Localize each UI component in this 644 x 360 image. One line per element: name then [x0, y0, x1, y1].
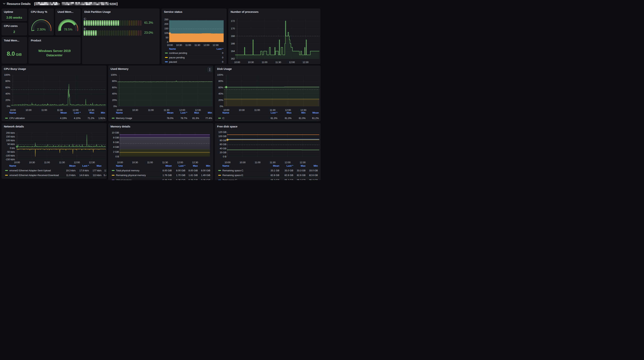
svg-text:61.3%: 61.3%: [144, 21, 153, 24]
svg-text:100 kb/s: 100 kb/s: [6, 139, 15, 142]
svg-text:12:00: 12:00: [72, 109, 78, 111]
svg-text:9.25 GiB: 9.25 GiB: [201, 178, 210, 180]
svg-text:10:00: 10:00: [223, 109, 229, 111]
svg-text:Name: Name: [116, 111, 123, 114]
svg-text:10:00: 10:00: [10, 109, 16, 111]
svg-text:12:00: 12:00: [177, 161, 183, 164]
svg-text:11:30: 11:30: [59, 161, 65, 164]
svg-text:D:: D:: [57, 2, 60, 6]
svg-text:Last *: Last *: [180, 111, 187, 114]
svg-text:Mean: Mean: [273, 164, 280, 167]
svg-text:Remaining space C:: Remaining space C:: [222, 169, 244, 172]
svg-text:12:30: 12:30: [192, 161, 198, 164]
svg-text:77.4%: 77.4%: [205, 117, 212, 120]
svg-text:2 GiB: 2 GiB: [113, 150, 119, 153]
svg-text:10:30: 10:30: [239, 109, 244, 111]
svg-text:78.7%: 78.7%: [180, 117, 187, 120]
svg-text:continue pending: continue pending: [169, 52, 187, 54]
svg-text:11:00: 11:00: [147, 161, 153, 164]
svg-text:11:30: 11:30: [194, 43, 200, 46]
svg-text:paused: paused: [169, 60, 177, 63]
svg-text:113 kb/s: 113 kb/s: [92, 174, 101, 177]
svg-text:100%: 100%: [217, 73, 223, 76]
svg-text:8 GiB: 8 GiB: [113, 136, 119, 139]
svg-text:168: 168: [231, 35, 235, 37]
svg-text:C:: C:: [222, 117, 225, 120]
svg-text:10:30: 10:30: [248, 61, 254, 63]
svg-text:10:00: 10:00: [224, 161, 230, 164]
svg-text:11:00: 11:00: [41, 109, 47, 111]
svg-text:12:30: 12:30: [300, 161, 306, 164]
svg-text:11:00: 11:00: [255, 161, 260, 164]
svg-text:Max: Max: [89, 111, 94, 114]
svg-text:12:00: 12:00: [285, 109, 291, 111]
svg-text:40%: 40%: [112, 92, 117, 95]
svg-text:8.00 GiB: 8.00 GiB: [201, 169, 210, 172]
svg-text:12:00: 12:00: [285, 161, 290, 164]
svg-text:0 b/s: 0 b/s: [10, 146, 15, 149]
svg-text:250: 250: [164, 18, 168, 21]
svg-text:11:30: 11:30: [57, 109, 62, 111]
svg-text:100 GB: 100 GB: [218, 135, 226, 137]
svg-text:0 B: 0 B: [115, 155, 119, 158]
svg-text:80%: 80%: [218, 80, 223, 82]
svg-text:Total space C:: Total space C:: [222, 178, 238, 180]
svg-text:11:00: 11:00: [44, 161, 50, 164]
svg-text:80 GB: 80 GB: [220, 139, 226, 142]
svg-text:12:30: 12:30: [89, 161, 94, 164]
svg-text:6 GiB: 6 GiB: [113, 141, 119, 144]
svg-text:20 GB: 20 GB: [220, 151, 226, 154]
svg-text:11:30: 11:30: [270, 161, 275, 164]
svg-text:4.19%: 4.19%: [60, 117, 67, 120]
svg-text:20%: 20%: [112, 98, 117, 101]
svg-text:100%: 100%: [4, 73, 10, 76]
svg-text:Min: Min: [208, 111, 212, 114]
svg-text:150: 150: [164, 27, 168, 30]
svg-text:Mean: Mean: [312, 111, 319, 114]
svg-text:60%: 60%: [112, 86, 117, 89]
svg-text:20%: 20%: [218, 98, 223, 101]
svg-text:1.81 GiB: 1.81 GiB: [188, 174, 198, 177]
svg-text:9.25 GiB: 9.25 GiB: [162, 178, 172, 180]
svg-text:Name: Name: [116, 164, 123, 167]
svg-text:0: 0: [222, 60, 223, 63]
svg-text:177 kb/s: 177 kb/s: [92, 169, 101, 172]
svg-text:61.3%: 61.3%: [285, 117, 292, 120]
svg-text:33.0 GB: 33.0 GB: [309, 169, 318, 172]
svg-text:10:30: 10:30: [132, 109, 138, 111]
svg-text:11.9 kb/s: 11.9 kb/s: [66, 174, 76, 177]
svg-text:4 GiB: 4 GiB: [113, 146, 119, 148]
svg-text:150 kb/s: 150 kb/s: [6, 135, 15, 138]
svg-text:4.10%: 4.10%: [74, 117, 81, 120]
svg-text:10 GiB: 10 GiB: [112, 131, 119, 134]
svg-text:33.0 GB: 33.0 GB: [284, 169, 293, 172]
svg-text:9.25 GiB: 9.25 GiB: [176, 178, 185, 180]
svg-text:23.0%: 23.0%: [144, 31, 153, 34]
svg-text:12:30: 12:30: [302, 61, 308, 63]
svg-text:60%: 60%: [5, 86, 10, 89]
svg-text:Max: Max: [301, 164, 306, 167]
svg-text:78.5%: 78.5%: [64, 27, 72, 31]
svg-text:Virtual memory: Virtual memory: [116, 178, 132, 180]
svg-text:Memory Usage: Memory Usage: [116, 117, 132, 120]
svg-text:Last *: Last *: [74, 111, 81, 114]
svg-text:5.42 kb/s: 5.42 kb/s: [104, 174, 106, 177]
svg-text:11:30: 11:30: [275, 61, 281, 63]
svg-text:0%: 0%: [6, 105, 10, 108]
svg-text:172: 172: [231, 19, 235, 22]
svg-text:vmxnet3 Ethernet Adapter-Sent-: vmxnet3 Ethernet Adapter-Sent-Upload: [9, 169, 51, 172]
svg-text:0%: 0%: [220, 105, 223, 108]
svg-text:Resource Details: Resource Details: [7, 2, 30, 5]
svg-text:10:30: 10:30: [29, 161, 35, 164]
svg-text:Min: Min: [314, 164, 318, 167]
svg-text:120 GB: 120 GB: [218, 131, 226, 133]
svg-text:71.2%: 71.2%: [88, 117, 94, 120]
svg-text:-50 kb/s: -50 kb/s: [6, 150, 15, 153]
svg-text:12:30: 12:30: [300, 109, 306, 111]
svg-text:1.70 GiB: 1.70 GiB: [176, 174, 185, 177]
svg-text:8.00 GiB: 8.00 GiB: [188, 169, 198, 172]
svg-text:C:: C:: [84, 17, 86, 20]
svg-text:E:: E:: [84, 27, 86, 30]
svg-text:Remaining space E:: Remaining space E:: [222, 174, 244, 177]
svg-text:82.6 GB: 82.6 GB: [270, 174, 279, 177]
